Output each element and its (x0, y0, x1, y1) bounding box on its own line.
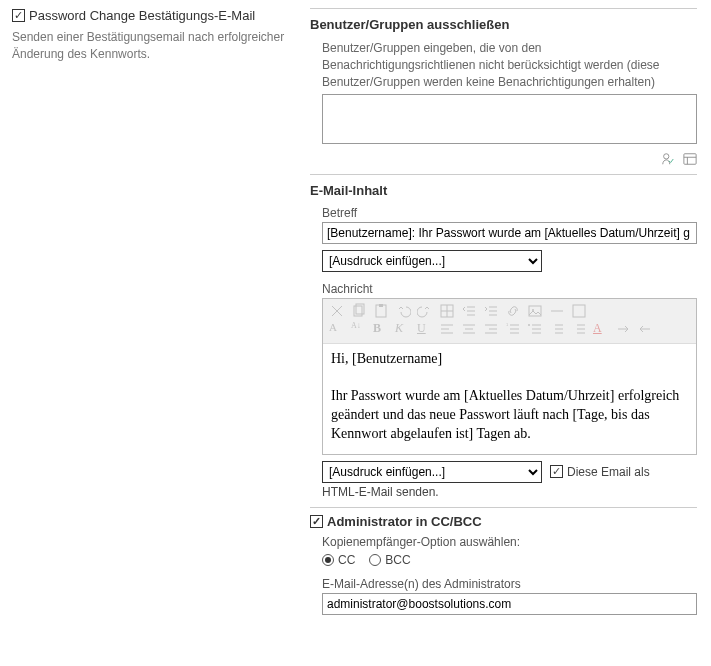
svg-point-0 (664, 153, 669, 158)
svg-text:1: 1 (506, 322, 509, 327)
font-size-icon[interactable]: A (329, 321, 345, 337)
italic-icon[interactable]: K (395, 321, 411, 337)
svg-rect-7 (379, 304, 383, 307)
admin-ccbcc-checkbox[interactable] (310, 515, 323, 528)
align-right-icon[interactable] (483, 321, 499, 337)
ltr-icon[interactable] (615, 321, 631, 337)
list-ol-icon[interactable]: 1 (505, 321, 521, 337)
table-icon[interactable] (439, 303, 455, 319)
exclude-help-text: Benutzer/Gruppen eingeben, die von den B… (322, 40, 697, 90)
bcc-radio[interactable] (369, 554, 381, 566)
editor-toolbar: A A↓ B K U 1 A (323, 299, 696, 344)
svg-rect-1 (684, 153, 696, 164)
people-picker-check-icon[interactable] (661, 149, 679, 165)
font-size-small-icon[interactable]: A↓ (351, 321, 367, 337)
outdent-icon[interactable] (461, 303, 477, 319)
message-greeting: Hi, [Benutzername] (331, 350, 688, 369)
align-left-icon[interactable] (439, 321, 455, 337)
confirm-email-label: Password Change Bestätigungs-E-Mail (29, 8, 255, 23)
confirm-email-checkbox[interactable] (12, 9, 25, 22)
exclude-users-input[interactable] (322, 94, 697, 144)
copy-icon[interactable] (351, 303, 367, 319)
subject-input[interactable] (322, 222, 697, 244)
bold-icon[interactable]: B (373, 321, 389, 337)
redo-icon[interactable] (417, 303, 433, 319)
link-icon[interactable] (505, 303, 521, 319)
list-ul-icon[interactable] (527, 321, 543, 337)
message-insert-expression-select[interactable]: [Ausdruck einfügen...] (322, 461, 542, 483)
rtl-icon[interactable] (637, 321, 653, 337)
subject-label: Betreff (322, 206, 697, 220)
outdent2-icon[interactable] (549, 321, 565, 337)
paste-icon[interactable] (373, 303, 389, 319)
message-body-editor[interactable]: Hi, [Benutzername] Ihr Passwort wurde am… (323, 344, 696, 454)
undo-icon[interactable] (395, 303, 411, 319)
message-body-text: Ihr Passwort wurde am [Aktuelles Datum/U… (331, 387, 688, 444)
confirm-email-description: Senden einer Bestätigungsemail nach erfo… (12, 29, 298, 63)
hr-icon[interactable] (549, 303, 565, 319)
svg-rect-14 (573, 305, 585, 317)
bcc-radio-label: BCC (385, 553, 410, 567)
admin-section-title: Administrator in CC/BCC (327, 514, 482, 529)
indent2-icon[interactable] (571, 321, 587, 337)
content-section-title: E-Mail-Inhalt (310, 181, 697, 198)
rich-text-editor: A A↓ B K U 1 A (322, 298, 697, 455)
cc-radio-label: CC (338, 553, 355, 567)
svg-point-16 (528, 324, 530, 326)
subject-insert-expression-select[interactable]: [Ausdruck einfügen...] (322, 250, 542, 272)
cut-icon[interactable] (329, 303, 345, 319)
message-label: Nachricht (322, 282, 697, 296)
cc-radio[interactable] (322, 554, 334, 566)
indent-icon[interactable] (483, 303, 499, 319)
send-as-html-label-part1: Diese Email als (567, 465, 650, 479)
copy-option-label: Kopienempfänger-Option auswählen: (322, 535, 697, 549)
exclude-section-title: Benutzer/Gruppen ausschließen (310, 15, 697, 32)
more-icon[interactable] (571, 303, 587, 319)
font-color-icon[interactable]: A (593, 321, 609, 337)
underline-icon[interactable]: U (417, 321, 433, 337)
image-icon[interactable] (527, 303, 543, 319)
align-center-icon[interactable] (461, 321, 477, 337)
admin-email-label: E-Mail-Adresse(n) des Administrators (322, 577, 697, 591)
send-as-html-checkbox[interactable] (550, 465, 563, 478)
svg-rect-11 (529, 306, 541, 316)
people-picker-browse-icon[interactable] (683, 149, 697, 165)
admin-email-input[interactable] (322, 593, 697, 615)
send-as-html-label-part2: HTML-E-Mail senden. (322, 485, 697, 499)
